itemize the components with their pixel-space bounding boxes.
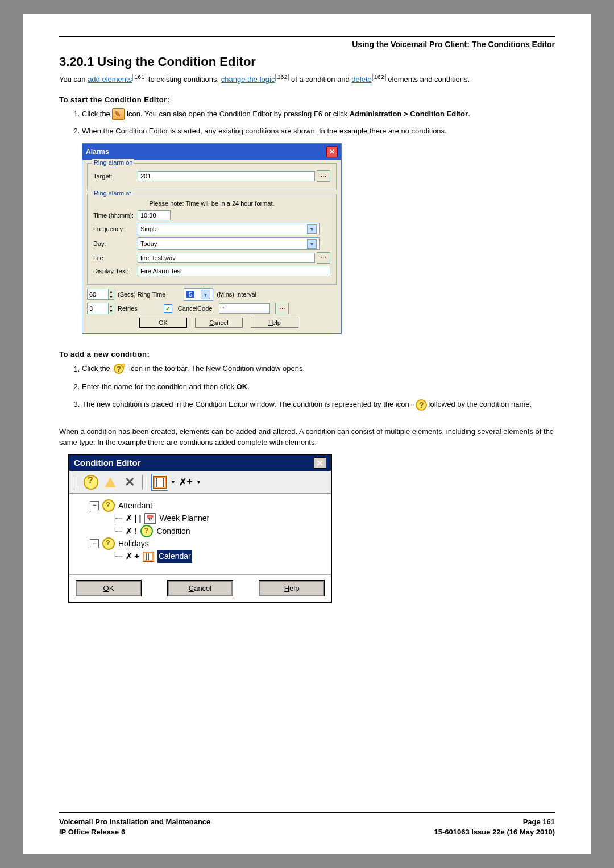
ok-button[interactable]: OK [139,318,187,328]
display-text-label: Display Text: [93,268,138,274]
mins-interval-label: (Mins) Interval [217,291,256,298]
condition-editor-titlebar: Condition Editor ✕ [69,455,331,471]
tree-item-condition[interactable]: Condition [156,525,190,537]
calendar-icon [143,552,154,562]
question-icon [102,537,115,550]
new-condition-icon: ? [112,363,127,375]
chevron-down-icon: ▾ [307,224,317,234]
mins-select[interactable]: 5▾ [184,288,213,301]
condition-description: When a condition has been created, eleme… [59,426,555,448]
retries-input[interactable] [88,303,108,314]
time-label: Time (hh:mm): [93,212,138,219]
retries-label: Retries [118,305,138,312]
file-label: File: [93,254,138,261]
question-icon [102,499,115,512]
target-label: Target: [93,173,138,180]
pageref-161: 161 [132,74,146,81]
page-footer: Voicemail Pro Installation and Maintenan… [59,812,555,837]
edit-toolbar-icon[interactable] [102,474,118,490]
cancel-button[interactable]: Cancel [168,581,233,596]
target-input[interactable] [138,171,315,181]
frequency-select[interactable]: Single▾ [138,223,320,235]
start-step-1: Click the icon. You can also open the Co… [82,108,555,120]
calendar-toolbar-icon[interactable] [151,474,168,491]
new-condition-toolbar-icon[interactable] [83,474,99,490]
file-input[interactable] [138,253,315,263]
delete-toolbar-icon[interactable]: ✕ [122,474,138,490]
chevron-down-icon: ▾ [201,290,210,299]
link-change-logic[interactable]: change the logic [221,75,275,84]
condition-tree: − Attendant ┝┈ ✗ | | 📅 Week Planner └┈ ✗… [69,494,331,574]
cancel-button[interactable]: Cancel [195,318,243,328]
collapse-icon[interactable]: − [90,501,99,510]
add-step-2: Enter the name for the condition and the… [82,381,555,393]
link-delete[interactable]: delete [351,75,371,84]
condition-icon: ? [411,399,426,411]
link-add-elements[interactable]: add elements [88,75,132,84]
chevron-down-icon: ▾ [307,239,317,249]
page-header: Using the Voicemail Pro Client: The Cond… [59,40,555,49]
alarms-dialog: Alarms ✕ Ring alarm on Target: … Ring al… [82,143,342,334]
condition-green-icon [140,525,153,537]
help-button[interactable]: Help [251,318,298,328]
secs-stepper[interactable]: ▲▼ [87,289,114,300]
svg-text:?: ? [117,365,121,373]
secs-input[interactable] [88,289,108,299]
tree-item-attendant[interactable]: Attendant [118,499,152,512]
frequency-label: Frequency: [93,226,138,232]
cancelcode-browse-button[interactable]: … [275,303,289,314]
group-ring-at: Ring alarm at [92,190,132,197]
cancelcode-checkbox[interactable]: ✓ [164,304,172,313]
time-input[interactable] [138,210,171,220]
add-step-1: Click the ? icon in the toolbar. The New… [82,363,555,375]
subhead-add: To add a new condition: [59,350,555,358]
condition-editor-dialog: Condition Editor ✕ ✕ ▾ ✗+ ▾ − Attendant … [68,454,332,603]
tree-item-holidays[interactable]: Holidays [118,537,149,550]
close-icon[interactable]: ✕ [314,457,326,469]
spin-down-icon[interactable]: ▼ [108,308,114,314]
calendar-small-icon: 📅 [144,513,156,524]
cancelcode-label: CancelCode [178,305,213,312]
day-select[interactable]: Today▾ [138,237,320,250]
collapse-icon[interactable]: − [90,539,99,548]
target-browse-button[interactable]: … [317,170,330,182]
close-icon[interactable]: ✕ [326,146,338,157]
subhead-start: To start the Condition Editor: [59,95,555,104]
spin-up-icon[interactable]: ▲ [108,303,114,308]
spin-up-icon[interactable]: ▲ [108,289,114,294]
logic-x-toolbar-icon[interactable]: ✗+ [178,474,194,490]
start-step-2: When the Condition Editor is started, an… [82,126,555,137]
file-browse-button[interactable]: … [317,252,330,264]
time-format-note: Please note: Time will be in a 24 hour f… [93,200,330,207]
secs-ring-time-label: (Secs) Ring Time [118,291,165,298]
display-text-input[interactable] [138,266,330,276]
group-ring-on: Ring alarm on [92,159,134,166]
alarms-titlebar: Alarms ✕ [82,144,341,160]
intro-paragraph: You can add elements161 to existing cond… [59,74,555,85]
tree-item-week-planner[interactable]: Week Planner [159,512,209,524]
page-title: 3.20.1 Using the Condition Editor [59,55,555,69]
cancelcode-input[interactable] [219,303,270,314]
tree-item-calendar[interactable]: Calendar [157,550,192,562]
condition-editor-toolbar: ✕ ▾ ✗+ ▾ [69,471,331,494]
pageref-162b: 162 [372,74,386,81]
svg-text:?: ? [419,400,424,410]
pageref-162a: 162 [275,74,289,81]
add-step-3: The new condition is placed in the Condi… [82,399,555,411]
ok-button[interactable]: OK [76,581,141,596]
spin-down-icon[interactable]: ▼ [108,294,114,299]
condition-editor-icon [112,108,125,120]
svg-point-2 [122,364,125,367]
day-label: Day: [93,240,138,247]
retries-stepper[interactable]: ▲▼ [87,303,114,314]
help-button[interactable]: Help [259,581,324,596]
